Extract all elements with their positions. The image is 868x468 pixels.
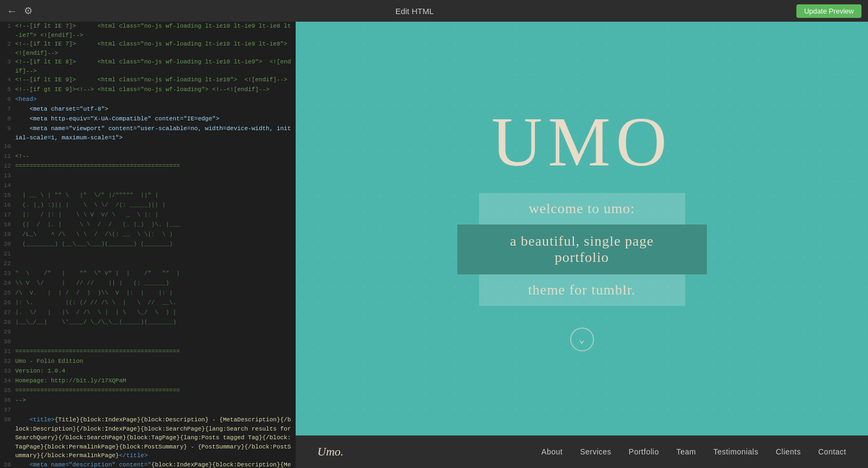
line-content: ========================================… [15,162,296,171]
line-content: ========================================… [15,386,296,396]
line-content: Umo - Folio Edition [15,357,296,367]
code-line: 31======================================… [0,347,296,357]
line-content: <meta http-equiv="X-UA-Compatible" conte… [15,114,296,124]
nav-logo: Umo. [317,445,541,459]
line-content: \\ V \/ | // // || | (: ______) [15,279,296,289]
code-line: 7 <meta charset="utf-8"> [0,105,296,114]
line-number: 25 [0,289,15,298]
line-number: 32 [0,357,15,367]
code-line: 18 (| / |. | \ \ / / (. |_) )\. |___ [0,220,296,230]
line-content [15,259,296,269]
code-line: 35======================================… [0,386,296,396]
line-content: <head> [15,95,296,105]
preview-hero: UMO welcome to umo: a beautiful, single … [296,22,868,435]
line-content: ========================================… [15,347,296,357]
line-content: (. |_) :)|| | \ \ \/ /(: _____)|| | [15,201,296,210]
line-content: Version: 1.0.4 [15,367,296,376]
code-line: 19 /L_\ ^ /\ \ \ / /\(: __ \ \|: \ ) [0,230,296,240]
line-content: " \ /" | "" \" V" | | /" "" | [15,269,296,279]
nav-link[interactable]: Portfolio [629,447,659,456]
code-line: 22 [0,259,296,269]
line-number: 20 [0,240,15,249]
nav-link[interactable]: Contact [818,447,846,456]
code-line: 33Version: 1.0.4 [0,367,296,376]
code-line: 17 |: / |: | \ \ V V/ \ _ \ |: | [0,210,296,220]
back-button[interactable]: ← [7,5,17,17]
code-line: 5<!--[if gt IE 9]><!--> <html class="no-… [0,85,296,95]
line-content: --> [15,396,296,406]
line-content: | __ \ | "" \ |" \/" |/""""" ||" | [15,191,296,201]
line-number: 33 [0,367,15,376]
nav-link[interactable]: Clients [776,447,801,456]
page-title: Edit HTML [39,7,790,16]
line-number: 3 [0,57,15,75]
code-line: 20 (________) (__\___\___)(_______) (___… [0,240,296,249]
line-content: <!--[if lt IE 7]> <html class="no-js wf-… [15,40,296,57]
line-number: 18 [0,220,15,230]
code-line: 14 [0,181,296,191]
line-content: |__\_/__| \'____/ \_/\_\__(_____)(______… [15,318,296,328]
scroll-down-button[interactable]: ⌄ [570,328,594,351]
line-number: 23 [0,269,15,279]
code-line: 25/\ V. | | / / ) )\\ V |: | |: | [0,289,296,298]
nav-link[interactable]: Team [676,447,696,456]
line-content: /\ V. | | / / ) )\\ V |: | |: | [15,289,296,298]
nav-link[interactable]: Testimonials [713,447,758,456]
code-line: 32Umo - Folio Edition [0,357,296,367]
line-content [15,337,296,347]
line-number: 9 [0,124,15,142]
line-number: 13 [0,171,15,181]
update-preview-button[interactable]: Update Preview [796,4,861,18]
code-line: 27|. \/ | |\ / /\ \ | | \ \_/ \ ) | [0,308,296,318]
line-content: <meta charset="utf-8"> [15,105,296,114]
line-content: <!--[if lt IE 7]> <html class="no-js wf-… [15,22,296,40]
nav-links: AboutServicesPortfolioTeamTestimonialsCl… [541,447,846,456]
code-line: 23" \ /" | "" \" V" | | /" "" | [0,269,296,279]
code-line: 3<!--[if lt IE 8]> <html class="no-js wf… [0,57,296,75]
hero-title: UMO [492,106,672,177]
line-content: (________) (__\___\___)(_______) (______… [15,240,296,249]
code-line: 37 [0,406,296,415]
line-number: 30 [0,337,15,347]
code-line: 13 [0,171,296,181]
code-line: 21 [0,249,296,259]
line-number: 26 [0,298,15,308]
nav-link[interactable]: Services [580,447,611,456]
preview-panel: UMO welcome to umo: a beautiful, single … [296,22,868,468]
code-line: 29 [0,328,296,337]
line-number: 7 [0,105,15,114]
code-line: 16 (. |_) :)|| | \ \ \/ /(: _____)|| | [0,201,296,210]
nav-link[interactable]: About [541,447,563,456]
code-line: 9 <meta name="viewport" content="user-sc… [0,124,296,142]
hero-subtitle-block: welcome to umo: a beautiful, single page… [457,193,707,306]
line-content [15,171,296,181]
code-line: 28|__\_/__| \'____/ \_/\_\__(_____)(____… [0,318,296,328]
line-number: 16 [0,201,15,210]
gear-button[interactable]: ⚙ [24,5,33,17]
line-number: 6 [0,95,15,105]
line-number: 10 [0,142,15,152]
line-content: /L_\ ^ /\ \ \ / /\(: __ \ \|: \ ) [15,230,296,240]
line-number: 4 [0,75,15,85]
line-number: 35 [0,386,15,396]
line-number: 34 [0,376,15,386]
line-content [15,142,296,152]
line-content [15,181,296,191]
line-number: 29 [0,328,15,337]
line-content: <title>{Title}{block:IndexPage}{block:De… [15,415,296,460]
line-number: 28 [0,318,15,328]
code-line: 24\\ V \/ | // // || | (: ______) [0,279,296,289]
line-content: <meta name="viewport" content="user-scal… [15,124,296,142]
line-number: 17 [0,210,15,220]
code-line: 38 <title>{Title}{block:IndexPage}{block… [0,415,296,460]
preview-navbar: Umo. AboutServicesPortfolioTeamTestimoni… [296,435,868,468]
subtitle-line1: welcome to umo: [479,193,685,225]
line-content: <!--[if lt IE 9]> <html class="no-js wf-… [15,75,296,85]
chevron-down-icon: ⌄ [579,334,585,345]
line-content: <!--[if lt IE 8]> <html class="no-js wf-… [15,57,296,75]
line-content: (| / |. | \ \ / / (. |_) )\. |___ [15,220,296,230]
line-number: 37 [0,406,15,415]
code-editor[interactable]: 1<!--[if lt IE 7]> <html class="no-js wf… [0,22,296,468]
code-line: 15 | __ \ | "" \ |" \/" |/""""" ||" | [0,191,296,201]
line-content: <!-- [15,152,296,162]
